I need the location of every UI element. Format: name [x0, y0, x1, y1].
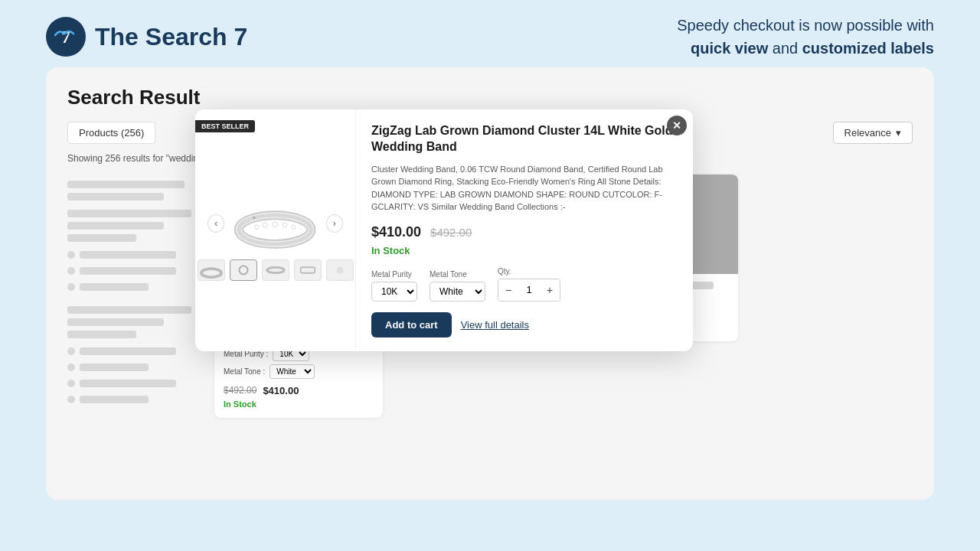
qty-minus-btn[interactable]: − — [498, 279, 518, 301]
view-full-details-button[interactable]: View full details — [461, 319, 529, 331]
popup-price-original: $492.00 — [430, 226, 472, 239]
svg-text:✦: ✦ — [252, 216, 256, 221]
popup-details: ZigZag Lab Grown Diamond Cluster 14L Whi… — [356, 109, 693, 351]
svg-text:7: 7 — [61, 27, 70, 47]
popup-prev-btn[interactable]: ‹ — [207, 214, 224, 233]
popup-image-section: BEST SELLER ‹ ✦ — [195, 109, 356, 351]
skeleton-filters — [67, 174, 205, 418]
popup-actions: Add to cart View full details — [371, 312, 678, 337]
popup-image-nav: ‹ ✦ › — [207, 194, 343, 252]
price-original-1: $492.00 — [224, 385, 256, 396]
products-count: Products (256) — [67, 122, 155, 144]
popup-metal-tone-select[interactable]: WhiteYellowRose — [430, 282, 485, 302]
popup-thumbnails — [198, 259, 354, 281]
svg-point-34 — [201, 269, 221, 277]
in-stock-1: In Stock — [224, 399, 374, 409]
header: 7 The Search 7 Speedy checkout is now po… — [0, 0, 980, 67]
popup-price-sale: $410.00 — [371, 224, 421, 240]
qty-input[interactable] — [518, 284, 540, 295]
popup-qty-label: Qty. — [498, 267, 560, 276]
logo-icon: 7 — [46, 17, 86, 57]
popup-desc: Cluster Wedding Band, 0.06 TCW Round Dia… — [371, 163, 678, 214]
popup-title: ZigZag Lab Grown Diamond Cluster 14L Whi… — [371, 123, 678, 155]
price-row-1: $492.00 $410.00 — [224, 385, 374, 396]
popup-thumb-5[interactable] — [326, 259, 354, 281]
relevance-button[interactable]: Relevance ▾ — [833, 122, 913, 144]
quick-view-popup: ✕ BEST SELLER ‹ — [195, 109, 693, 351]
metal-tone-row-1: Metal Tone : WhiteYellowRose — [224, 364, 374, 379]
svg-point-30 — [273, 222, 278, 227]
popup-metal-purity-label: Metal Purity — [371, 270, 417, 279]
popup-metal-tone-label: Metal Tone — [430, 270, 485, 279]
svg-point-35 — [239, 266, 247, 275]
popup-thumb-4[interactable] — [294, 259, 322, 281]
popup-ring-svg: ✦ — [229, 194, 321, 252]
popup-thumb-1[interactable] — [198, 259, 225, 281]
svg-point-29 — [263, 223, 268, 227]
popup-metal-purity-select[interactable]: 10K14K18K — [371, 282, 417, 302]
logo-text: The Search 7 — [95, 23, 247, 51]
price-sale-1: $410.00 — [263, 385, 299, 396]
metal-tone-select-1[interactable]: WhiteYellowRose — [270, 364, 315, 379]
product-options-1: Metal Purity : 10K14K18K Metal Tone : Wh… — [224, 347, 374, 379]
qty-plus-btn[interactable]: + — [540, 279, 560, 301]
add-to-cart-button[interactable]: Add to cart — [371, 312, 452, 337]
popup-price-row: $410.00 $492.00 — [371, 224, 678, 240]
popup-thumb-2[interactable] — [230, 259, 257, 281]
main-container: Search Result Products (256) Relevance — [46, 67, 934, 500]
popup-in-stock: In Stock — [371, 245, 678, 256]
svg-point-31 — [283, 223, 287, 227]
popup-badge: BEST SELLER — [195, 120, 255, 132]
popup-thumb-3[interactable] — [262, 259, 289, 281]
tagline: Speedy checkout is now possible with qui… — [677, 14, 934, 60]
qty-control: − + — [498, 279, 560, 302]
svg-rect-37 — [300, 268, 315, 273]
page-title: Search Result — [67, 86, 913, 109]
svg-point-28 — [255, 225, 259, 229]
logo-area: 7 The Search 7 — [46, 17, 247, 57]
store-ui: Search Result Products (256) Relevance — [46, 67, 934, 500]
svg-point-36 — [266, 268, 283, 273]
svg-point-32 — [292, 225, 296, 229]
popup-next-btn[interactable]: › — [326, 214, 343, 233]
close-button[interactable]: ✕ — [667, 116, 687, 135]
popup-metal-tone-group: Metal Tone WhiteYellowRose — [430, 270, 485, 302]
popup-metal-purity-group: Metal Purity 10K14K18K — [371, 270, 417, 302]
popup-qty-group: Qty. − + — [498, 267, 560, 302]
svg-point-38 — [336, 267, 343, 274]
popup-options-row: Metal Purity 10K14K18K Metal Tone WhiteY… — [371, 267, 678, 302]
